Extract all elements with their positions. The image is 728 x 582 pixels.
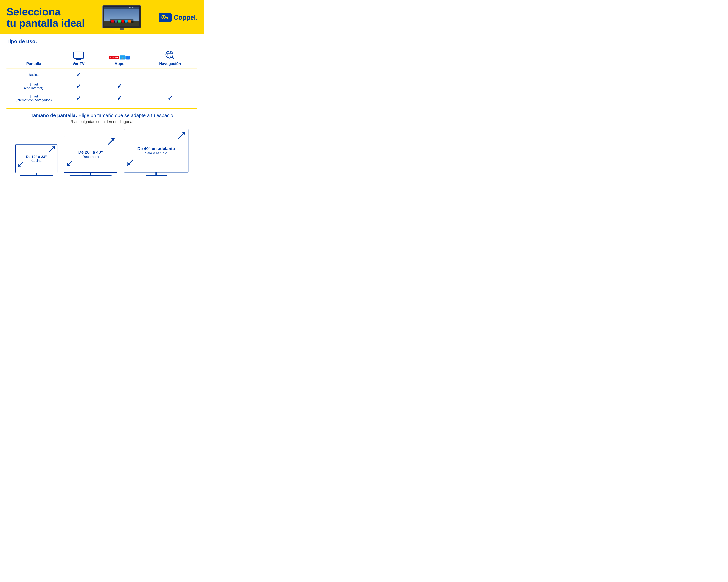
svg-rect-18: [167, 18, 168, 19]
table-row: Básica ✓: [6, 69, 198, 81]
coppel-logo: Coppel.: [159, 13, 198, 22]
facebook-icon: f: [126, 56, 130, 59]
tv-room-label-medium: Recámara: [78, 155, 103, 159]
tv-card-large-content: De 40" en adelante Sala y estudio: [137, 146, 175, 155]
tamano-subtitle: *Las pulgadas se miden en diagonal: [6, 119, 198, 124]
arrow-down-left-icon: [18, 161, 24, 168]
svg-rect-10: [122, 20, 124, 23]
table-row: Smart(con internet) ✓ ✓: [6, 80, 198, 92]
row-pantalla-basica: Básica: [6, 69, 61, 81]
comparison-table: Pantalla Ver TV: [6, 48, 198, 104]
svg-rect-19: [166, 18, 167, 19]
svg-rect-4: [104, 7, 139, 9]
tamano-title-bold: Tamaño de pantalla:: [31, 113, 77, 118]
tv-card-medium-content: De 26" a 40" Recámara: [78, 150, 103, 159]
svg-rect-13: [120, 28, 124, 30]
row-smart-nav: [143, 80, 198, 92]
svg-text:4:06 PM: 4:06 PM: [129, 7, 133, 8]
arrow-up-right-icon-med: [107, 137, 115, 146]
svg-rect-11: [125, 20, 128, 23]
tv-card-wrapper-small: De 19" a 23" Cocina: [16, 144, 57, 176]
row-smartnav-nav: ✓: [143, 92, 198, 104]
table-row: Smart(internet con navegador ) ✓ ✓ ✓: [6, 92, 198, 104]
main-content: Tipo de uso: Pantalla Ver TV: [0, 34, 204, 184]
tv-room-label-small: Cocina: [26, 159, 47, 163]
title-line2: tu pantalla ideal: [6, 17, 85, 29]
row-smart-apps: ✓: [96, 80, 143, 92]
svg-marker-27: [172, 56, 174, 59]
row-smartnav-apps: ✓: [96, 92, 143, 104]
arrow-up-right-icon: [49, 146, 55, 153]
svg-rect-12: [128, 20, 131, 23]
col-header-pantalla: Pantalla: [6, 48, 61, 69]
tv-card-wrapper-large: De 40" en adelante Sala y estudio: [124, 129, 188, 176]
tv-room-label-large: Sala y estudio: [137, 151, 175, 155]
row-basica-vertv: ✓: [61, 69, 96, 81]
row-basica-apps: [96, 69, 143, 81]
coppel-key-icon: [159, 13, 172, 22]
arrow-down-left-icon-med: [66, 160, 73, 167]
twitter-icon: 🐦: [120, 55, 126, 59]
tv-card-large: De 40" en adelante Sala y estudio: [124, 129, 188, 172]
tv-card-small-content: De 19" a 23" Cocina: [26, 155, 47, 163]
svg-rect-17: [165, 17, 168, 18]
row-smartnav-vertv: ✓: [61, 92, 96, 104]
svg-point-24: [168, 51, 171, 58]
divider: [6, 108, 198, 109]
tipo-uso-title: Tipo de uso:: [6, 38, 198, 45]
svg-rect-7: [111, 20, 114, 23]
tv-size-label-small: De 19" a 23": [26, 155, 47, 159]
tv-card-small: De 19" a 23" Cocina: [16, 144, 57, 173]
col-header-ver-tv: Ver TV: [61, 48, 96, 69]
apps-icons: NETFLIX 🐦 f: [109, 55, 130, 59]
header: Selecciona tu pantalla ideal 4:06 PM: [0, 0, 204, 34]
tamano-title-light: Elige un tamaño que se adapte a tu espac…: [78, 113, 173, 118]
svg-point-16: [163, 16, 164, 18]
svg-rect-8: [115, 20, 117, 23]
title-line1: Selecciona: [6, 6, 60, 18]
tv-illustration: 4:06 PM: [99, 4, 144, 30]
tv-size-cards: De 19" a 23" Cocina: [6, 129, 198, 179]
col-header-navegacion: Navegación: [143, 48, 198, 69]
tamano-section: Tamaño de pantalla: Elige un tamaño que …: [6, 113, 198, 179]
col-header-apps: NETFLIX 🐦 f Apps: [96, 48, 143, 69]
arrow-up-right-icon-lg: [177, 131, 186, 140]
svg-rect-9: [118, 20, 121, 23]
svg-rect-20: [74, 52, 84, 58]
row-pantalla-smart: Smart(con internet): [6, 80, 61, 92]
row-basica-nav: [143, 69, 198, 81]
svg-rect-22: [76, 59, 81, 60]
header-title: Selecciona tu pantalla ideal: [6, 6, 85, 29]
row-pantalla-smart-nav: Smart(internet con navegador ): [6, 92, 61, 104]
netflix-icon: NETFLIX: [109, 56, 119, 59]
svg-rect-21: [77, 58, 80, 59]
arrow-down-left-icon-lg: [126, 159, 134, 167]
tv-size-label-medium: De 26" a 40": [78, 150, 103, 155]
svg-rect-14: [114, 30, 129, 30]
coppel-logo-text: Coppel.: [174, 13, 198, 21]
tv-card-wrapper-medium: De 26" a 40" Recámara: [64, 136, 117, 176]
svg-point-23: [166, 51, 173, 58]
tv-card-medium: De 26" a 40" Recámara: [64, 136, 117, 173]
row-smart-vertv: ✓: [61, 80, 96, 92]
tv-size-label-large: De 40" en adelante: [137, 146, 175, 151]
tamano-title: Tamaño de pantalla: Elige un tamaño que …: [6, 113, 198, 118]
